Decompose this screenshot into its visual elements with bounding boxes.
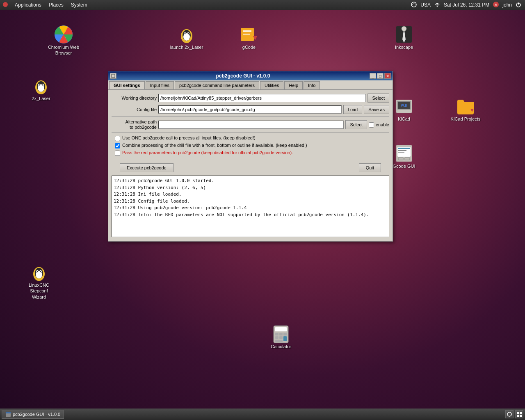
svg-rect-56 — [275, 340, 283, 342]
alt-path-select-btn[interactable]: Select — [345, 120, 367, 129]
gcode-gui-label: Gcode GUI — [393, 163, 415, 169]
kicad-label: KiCad — [398, 116, 410, 122]
tab-info[interactable]: Info — [304, 81, 320, 89]
window-titlebar: pcb2gcode GUI - v1.0.0 _ □ ✕ — [108, 71, 393, 80]
desktop-icon-launch-laser[interactable]: launch 2x_Laser — [168, 25, 205, 50]
desktop-icon-2xlaser[interactable]: 2x_Laser — [23, 76, 59, 101]
svg-point-46 — [37, 271, 38, 272]
tab-input-files[interactable]: Input files — [146, 81, 174, 89]
window-menu-btn[interactable] — [110, 73, 116, 79]
network-icon — [411, 1, 417, 9]
network-label: USA — [420, 2, 431, 8]
calculator-label: Calculator — [271, 344, 291, 349]
power-icon[interactable] — [515, 1, 522, 9]
desktop-icon-calculator[interactable]: Calculator — [262, 324, 299, 349]
taskbar-item-label: pcb2gcode GUI - v1.0.0 — [13, 412, 60, 417]
config-file-save-as-btn[interactable]: Save as — [364, 105, 389, 114]
combine-drill-label: Combine processing of the drill file wit… — [122, 143, 307, 148]
working-dir-select-btn[interactable]: Select — [368, 94, 389, 103]
kicad-projects-label: KiCad Projects — [451, 116, 481, 122]
svg-rect-61 — [517, 412, 519, 414]
one-call-checkbox[interactable] — [115, 136, 120, 141]
alt-path-input[interactable] — [158, 121, 344, 129]
svg-rect-52 — [283, 333, 287, 336]
svg-rect-62 — [520, 412, 522, 414]
svg-rect-38 — [398, 152, 404, 153]
svg-rect-37 — [398, 150, 406, 151]
svg-text:PCB: PCB — [401, 104, 407, 107]
combine-drill-checkbox[interactable] — [115, 143, 120, 148]
inkscape-icon — [394, 25, 414, 44]
desktop-icon-linuxcnc[interactable]: LinuxCNC StepconfWizard — [21, 262, 57, 300]
execute-btn[interactable]: Execute pcb2gcode — [120, 163, 173, 172]
laser-penguin-icon — [31, 76, 51, 96]
config-file-row: Config file Load Save as — [112, 105, 389, 114]
svg-rect-53 — [275, 336, 278, 339]
taskbar-bottom-right — [505, 410, 523, 418]
launch-laser-label: launch 2x_Laser — [170, 44, 203, 50]
tab-help[interactable]: Help — [284, 81, 303, 89]
working-dir-row: Working directory Select — [112, 94, 389, 103]
taskbar-window-item[interactable]: pcb2gcode GUI - v1.0.0 — [2, 410, 64, 419]
wifi-icon — [434, 1, 441, 9]
taskbar-top-right: USA Sat Jul 26, 12:31 PM ✕ john — [411, 1, 525, 9]
quit-btn[interactable]: Quit — [359, 163, 381, 172]
gcode-icon — [239, 25, 259, 44]
enable-checkbox[interactable] — [369, 122, 374, 128]
checkbox-row-2: Combine processing of the drill file wit… — [112, 143, 389, 148]
tab-utilities[interactable]: Utilities — [260, 81, 283, 89]
alt-path-row: Alternative pathto pcb2gcode Select enab… — [112, 119, 389, 130]
window-maximize-btn[interactable]: □ — [377, 73, 383, 79]
gcode-label: gCode — [242, 44, 256, 50]
taskbar-bottom: pcb2gcode GUI - v1.0.0 — [0, 409, 525, 420]
window-close-btn[interactable]: ✕ — [384, 73, 391, 79]
svg-point-28 — [402, 26, 406, 31]
log-area[interactable]: 12:31:28 pcb2gcode GUI 1.0.0 started.12:… — [112, 176, 389, 237]
svg-text:✕: ✕ — [494, 2, 498, 7]
svg-rect-57 — [112, 74, 115, 78]
desktop-icon-inkscape[interactable]: Inkscape — [386, 25, 422, 50]
working-dir-input[interactable] — [158, 94, 366, 102]
window-main-content: Working directory Select Config file Loa… — [108, 90, 393, 241]
menu-places[interactable]: Places — [46, 1, 67, 9]
separator-2 — [112, 132, 389, 133]
working-dir-label: Working directory — [112, 96, 157, 100]
launch-laser-icon — [177, 25, 196, 44]
window-minimize-btn[interactable]: _ — [370, 73, 376, 79]
linuxcnc-icon — [29, 262, 49, 282]
svg-rect-24 — [243, 30, 251, 32]
calculator-icon — [271, 324, 291, 344]
svg-rect-25 — [243, 34, 250, 35]
pass-red-checkbox[interactable] — [115, 151, 120, 156]
tab-pcb2gcode-cmd[interactable]: pcb2gcode command line parameters — [175, 81, 259, 89]
svg-point-14 — [39, 84, 40, 86]
kicad-projects-icon — [456, 96, 475, 116]
desktop-icon-kicad-projects[interactable]: KiCad Projects — [447, 96, 484, 122]
taskbar-top: Applications Places System USA Sat Jul 2… — [0, 0, 525, 10]
svg-rect-36 — [398, 148, 410, 149]
app-window: pcb2gcode GUI - v1.0.0 _ □ ✕ GUI setting… — [108, 71, 393, 242]
buttons-row: Execute pcb2gcode Quit — [112, 160, 389, 176]
svg-rect-39 — [398, 158, 403, 160]
menu-system[interactable]: System — [68, 1, 91, 9]
svg-rect-51 — [279, 333, 283, 336]
taskbar-view-icon[interactable] — [515, 410, 523, 418]
svg-point-1 — [411, 2, 416, 7]
svg-rect-49 — [275, 327, 287, 331]
config-file-load-btn[interactable]: Load — [343, 105, 362, 114]
desktop-icon-gcode[interactable]: gCode — [231, 25, 267, 50]
config-file-input[interactable] — [158, 105, 342, 114]
svg-rect-64 — [520, 415, 522, 417]
username-label: john — [502, 2, 512, 8]
kicad-icon: PCB — [394, 96, 414, 116]
one-call-label: Use ONE pcb2gcode call to process all in… — [122, 135, 256, 140]
close-session-icon[interactable]: ✕ — [493, 1, 499, 9]
taskbar-network-icon[interactable] — [505, 410, 514, 418]
gnome-foot-icon[interactable] — [0, 1, 11, 9]
chromium-label: Chromium WebBrowser — [48, 44, 79, 56]
desktop-icon-chromium[interactable]: Chromium WebBrowser — [45, 25, 82, 56]
svg-point-60 — [507, 412, 511, 416]
tab-gui-settings[interactable]: GUI settings — [109, 81, 145, 89]
menu-applications[interactable]: Applications — [11, 1, 45, 9]
datetime-label: Sat Jul 26, 12:31 PM — [444, 2, 489, 8]
